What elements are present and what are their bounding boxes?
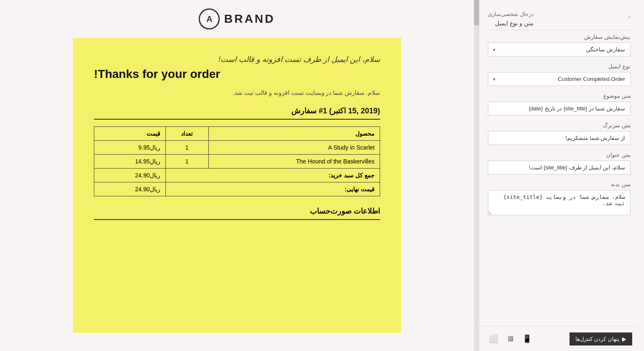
order-table: محصول تعداد قیمت A Study in Scarlet 1 ری… <box>94 126 380 196</box>
mobile-icon-button[interactable]: 📱 <box>520 332 534 346</box>
desktop-icon-button[interactable]: 🖥 <box>504 332 516 346</box>
scrollbar[interactable] <box>474 0 479 351</box>
order-type-select[interactable]: سفارش ساختگی <box>488 43 631 56</box>
email-thanks-en: !Thanks for your order <box>94 67 380 81</box>
header-text-input[interactable] <box>488 131 631 145</box>
product-1: A Study in Scarlet <box>208 141 380 155</box>
email-preview-panel: A BRAND سلام، این ایمیل از طرف تست افزون… <box>0 0 474 351</box>
order-type-label: بیش‌نمایش سفارش <box>488 34 631 40</box>
email-greeting-fa: سلام، این ایمیل از طرف تست افزونه و قالب… <box>94 55 380 64</box>
subject-input[interactable] <box>488 102 631 115</box>
order-type-field: بیش‌نمایش سفارش سفارش ساختگی <box>488 34 631 56</box>
table-row-subtotal: جمع کل سبد خرید: ریال24.90 <box>94 169 380 182</box>
subject-field: متن موضوع <box>488 93 631 115</box>
email-content-box: سلام، این ایمیل از طرف تست افزونه و قالب… <box>73 38 401 333</box>
table-row: A Study in Scarlet 1 ریال9.95 <box>94 141 380 155</box>
settings-panel-wrapper: › درحال شخصی‌سازی متن و نوع ایمیل بیش‌نم… <box>479 0 644 351</box>
settings-panel: › درحال شخصی‌سازی متن و نوع ایمیل بیش‌نم… <box>479 0 639 351</box>
customization-label: درحال شخصی‌سازی <box>488 11 534 17</box>
mobile-icon: 📱 <box>522 335 532 343</box>
price-1: ریال9.95 <box>94 141 166 155</box>
email-type-label: نوع ایمیل <box>488 63 631 70</box>
qty-1: 1 <box>165 141 208 155</box>
email-type-select-wrapper: Customer Completed Order <box>488 72 631 86</box>
heading-field: متن عنوان <box>488 152 631 174</box>
email-type-field: نوع ایمیل Customer Completed Order <box>488 63 631 86</box>
settings-toolbar: ▶ پنهان کردن کنترل‌ها 📱 🖥 ⬜ <box>479 326 639 351</box>
body-field: متن بدنه سلام، سفارش شما در وبسایت {site… <box>488 181 631 217</box>
qty-2: 1 <box>165 155 208 169</box>
desktop-icon: 🖥 <box>506 335 514 343</box>
table-row-total: قیمت نهایی: ریال24.90 <box>94 182 380 196</box>
header-text-field: متن سربرگ <box>488 122 631 145</box>
play-icon: ▶ <box>622 336 626 342</box>
total-label: قیمت نهایی: <box>165 182 380 196</box>
subtotal-price: ریال24.90 <box>94 169 166 182</box>
table-row: The Hound of the Baskervilles 1 ریال14.9… <box>94 155 380 169</box>
col-header-product: محصول <box>208 127 380 141</box>
heading-input[interactable] <box>488 161 631 174</box>
tablet-icon-button[interactable]: ⬜ <box>486 332 500 346</box>
billing-title: اطلاعات صورت‌حساب <box>94 206 380 220</box>
heading-label: متن عنوان <box>488 152 631 158</box>
email-body-text-fa: سلام. سفارش شما در وبسایت تست افزونه و ق… <box>94 89 380 96</box>
body-textarea[interactable]: سلام، سفارش شما در وبسایت {site_title} ث… <box>488 190 631 215</box>
brand-name: BRAND <box>224 12 275 26</box>
header-text-label: متن سربرگ <box>488 122 631 129</box>
brand-logo: A <box>199 8 220 29</box>
price-2: ریال14.95 <box>94 155 166 169</box>
subtotal-label: جمع کل سبد خرید: <box>165 169 380 182</box>
hide-controls-button[interactable]: ▶ پنهان کردن کنترل‌ها <box>569 332 632 346</box>
order-title: (2019 ,15 اکتبر) 1# سفارش <box>94 106 380 120</box>
brand-logo-letter: A <box>206 14 212 24</box>
settings-panel-content: › درحال شخصی‌سازی متن و نوع ایمیل بیش‌نم… <box>479 0 639 326</box>
col-header-price: قیمت <box>94 127 166 141</box>
subject-label: متن موضوع <box>488 93 631 99</box>
chevron-right-icon[interactable]: › <box>628 13 631 21</box>
toolbar-icons: 📱 🖥 ⬜ <box>486 332 534 346</box>
product-2: The Hound of the Baskervilles <box>208 155 380 169</box>
scrollbar-thumb[interactable] <box>474 0 479 25</box>
customization-row: › درحال شخصی‌سازی متن و نوع ایمیل <box>488 7 631 27</box>
total-price: ریال24.90 <box>94 182 166 196</box>
tablet-icon: ⬜ <box>489 335 498 343</box>
col-header-qty: تعداد <box>165 127 208 141</box>
brand-header: A BRAND <box>199 8 275 29</box>
body-label: متن بدنه <box>488 181 631 188</box>
customization-sub: متن و نوع ایمیل <box>488 20 534 27</box>
hide-controls-label: پنهان کردن کنترل‌ها <box>575 336 620 342</box>
email-type-select[interactable]: Customer Completed Order <box>488 72 631 86</box>
order-type-select-wrapper: سفارش ساختگی <box>488 43 631 56</box>
